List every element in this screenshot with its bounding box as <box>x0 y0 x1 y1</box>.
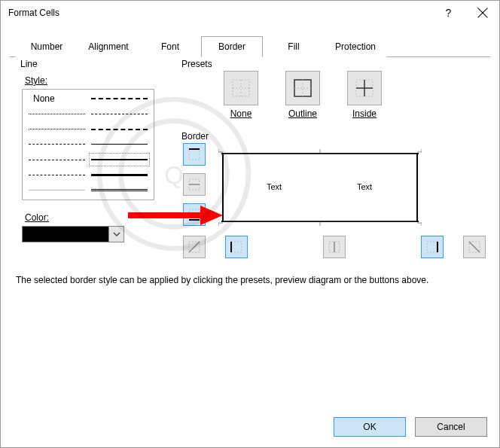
style-thick[interactable] <box>88 167 151 182</box>
hint-text: The selected border style can be applied… <box>16 275 484 285</box>
cancel-button[interactable]: Cancel <box>415 417 487 437</box>
tab-protection[interactable]: Protection <box>325 36 386 57</box>
preset-inside-button[interactable] <box>347 71 382 105</box>
border-diag-down-button[interactable] <box>463 236 486 258</box>
style-hair[interactable] <box>26 183 88 198</box>
color-label: Color: <box>25 212 160 223</box>
svg-line-30 <box>469 242 480 252</box>
line-group: Line Style: None Color: <box>20 65 160 258</box>
border-left-button[interactable] <box>225 236 248 258</box>
tab-font[interactable]: Font <box>139 36 201 57</box>
svg-rect-9 <box>189 149 200 160</box>
style-dash[interactable] <box>26 152 88 167</box>
style-mdashdot[interactable] <box>88 91 151 106</box>
svg-rect-0 <box>233 80 249 96</box>
style-double[interactable] <box>88 183 151 198</box>
border-preview[interactable]: Text Text <box>212 144 428 231</box>
svg-rect-23 <box>231 242 242 252</box>
style-thin[interactable] <box>88 137 151 152</box>
tab-number[interactable]: Number <box>16 36 78 57</box>
style-ddashdot[interactable] <box>88 106 151 121</box>
line-group-title: Line <box>20 59 41 69</box>
color-dropdown[interactable] <box>109 226 124 242</box>
style-dash-s[interactable] <box>26 137 88 152</box>
preset-none-label: None <box>230 108 252 119</box>
preset-none-button[interactable] <box>224 71 258 105</box>
border-group: Border <box>181 137 486 258</box>
svg-rect-3 <box>294 80 311 96</box>
presets-group-title: Presets <box>181 59 215 69</box>
preset-inside-label: Inside <box>352 108 377 119</box>
preset-outline-label: Outline <box>288 108 317 119</box>
style-dot-sparse[interactable] <box>26 106 88 121</box>
style-medium[interactable] <box>88 152 151 167</box>
style-mdash[interactable] <box>88 122 151 137</box>
border-vertical-button[interactable] <box>323 236 346 258</box>
border-horizontal-button[interactable] <box>183 173 206 196</box>
border-right-button[interactable] <box>421 236 444 258</box>
svg-rect-13 <box>189 209 200 220</box>
color-swatch[interactable] <box>22 226 109 242</box>
style-dashdot[interactable] <box>26 167 88 182</box>
tab-fill[interactable]: Fill <box>263 36 325 57</box>
close-button[interactable] <box>465 1 499 25</box>
tab-border[interactable]: Border <box>201 36 263 57</box>
help-button[interactable]: ? <box>431 1 465 25</box>
border-group-title: Border <box>181 131 212 142</box>
style-none[interactable]: None <box>26 91 88 106</box>
border-diag-up-button[interactable] <box>183 236 206 258</box>
style-dot[interactable] <box>26 122 88 137</box>
presets-group: Presets None Outline <box>181 65 486 137</box>
tab-alignment[interactable]: Alignment <box>78 36 139 57</box>
style-label: Style: <box>25 75 160 86</box>
ok-button[interactable]: OK <box>334 417 406 437</box>
preview-text-left: Text <box>267 182 282 191</box>
preset-outline-button[interactable] <box>285 71 320 105</box>
border-bottom-button[interactable] <box>183 203 206 226</box>
dialog-title: Format Cells <box>8 8 431 18</box>
border-top-button[interactable] <box>183 143 206 166</box>
tab-strip: Number Alignment Font Border Fill Protec… <box>1 25 499 56</box>
svg-line-22 <box>189 242 200 252</box>
preview-text-right: Text <box>357 182 372 191</box>
style-list[interactable]: None <box>22 89 154 200</box>
svg-rect-27 <box>427 242 438 252</box>
